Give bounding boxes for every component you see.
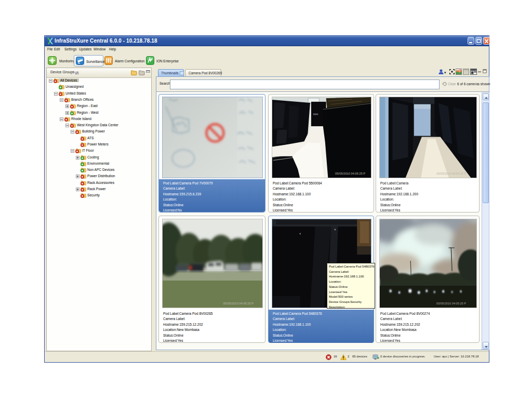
svg-text:05/05/2010 04:05:25 P: 05/05/2010 04:05:25 P xyxy=(436,172,466,175)
svg-text:05/05/2010 04:05:25 P: 05/05/2010 04:05:25 P xyxy=(223,302,254,305)
svg-text:05/05/2010 04:05:25 P: 05/05/2010 04:05:25 P xyxy=(335,172,365,175)
svg-text:05/05/2010 04:05:25 P: 05/05/2010 04:05:25 P xyxy=(436,302,466,305)
